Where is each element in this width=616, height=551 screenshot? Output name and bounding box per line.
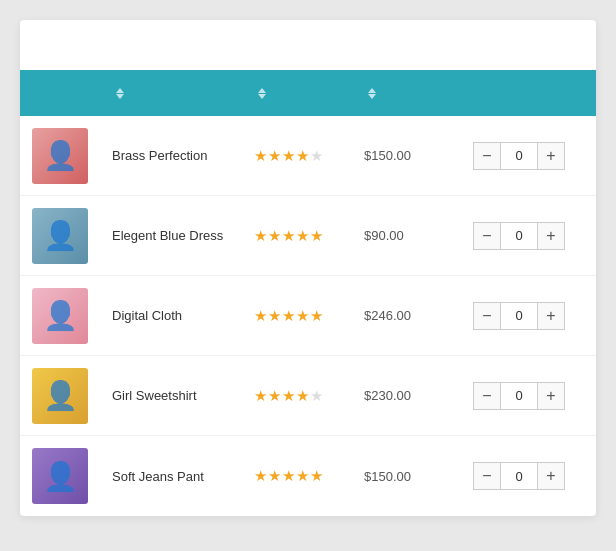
star-icon: ★ (254, 467, 267, 485)
table-row: 👤Elegent Blue Dress★★★★★$90.00−+ (20, 196, 596, 276)
star-icon: ★ (310, 307, 323, 325)
sort-rating-icon (258, 88, 266, 98)
person-icon: 👤 (43, 139, 78, 172)
product-thumbnail: 👤 (32, 208, 88, 264)
product-rating: ★★★★★ (254, 467, 364, 485)
increment-button[interactable]: + (537, 382, 565, 410)
star-icon: ★ (282, 147, 295, 165)
star-icon: ★ (268, 467, 281, 485)
product-thumbnail: 👤 (32, 448, 88, 504)
star-icon: ★ (268, 307, 281, 325)
product-name: Digital Cloth (112, 308, 254, 323)
product-rating: ★★★★★ (254, 147, 364, 165)
star-icon: ★ (268, 387, 281, 405)
product-thumbnail: 👤 (32, 128, 88, 184)
product-price: $150.00 (364, 148, 454, 163)
star-icon: ★ (282, 467, 295, 485)
quantity-control: −+ (454, 382, 584, 410)
quantity-control: −+ (454, 222, 584, 250)
star-icon: ★ (254, 307, 267, 325)
decrement-button[interactable]: − (473, 142, 501, 170)
star-icon: ★ (310, 467, 323, 485)
decrement-button[interactable]: − (473, 462, 501, 490)
person-icon: 👤 (43, 460, 78, 493)
title-section (20, 20, 596, 70)
main-container: 👤Brass Perfection★★★★★$150.00−+👤Elegent … (20, 20, 596, 516)
decrement-button[interactable]: − (473, 302, 501, 330)
cell-thumbnail: 👤 (32, 448, 112, 504)
product-price: $90.00 (364, 228, 454, 243)
star-icon: ★ (296, 387, 309, 405)
star-icon: ★ (254, 387, 267, 405)
cell-thumbnail: 👤 (32, 368, 112, 424)
star-icon: ★ (254, 227, 267, 245)
decrement-button[interactable]: − (473, 382, 501, 410)
table-row: 👤Girl Sweetshirt★★★★★$230.00−+ (20, 356, 596, 436)
quantity-control: −+ (454, 142, 584, 170)
th-rating[interactable] (254, 88, 364, 98)
product-name: Elegent Blue Dress (112, 228, 254, 243)
person-icon: 👤 (43, 379, 78, 412)
star-icon: ★ (268, 147, 281, 165)
product-price: $230.00 (364, 388, 454, 403)
product-price: $246.00 (364, 308, 454, 323)
quantity-control: −+ (454, 462, 584, 490)
quantity-input[interactable] (501, 382, 537, 410)
star-icon: ★ (282, 227, 295, 245)
th-products[interactable] (112, 88, 254, 98)
table-row: 👤Digital Cloth★★★★★$246.00−+ (20, 276, 596, 356)
quantity-control: −+ (454, 302, 584, 330)
table-row: 👤Soft Jeans Pant★★★★★$150.00−+ (20, 436, 596, 516)
star-icon: ★ (296, 307, 309, 325)
cell-thumbnail: 👤 (32, 128, 112, 184)
star-icon: ★ (282, 387, 295, 405)
star-icon: ★ (296, 227, 309, 245)
increment-button[interactable]: + (537, 142, 565, 170)
product-name: Brass Perfection (112, 148, 254, 163)
quantity-input[interactable] (501, 222, 537, 250)
product-price: $150.00 (364, 469, 454, 484)
cell-thumbnail: 👤 (32, 208, 112, 264)
star-icon: ★ (282, 307, 295, 325)
person-icon: 👤 (43, 219, 78, 252)
star-icon: ★ (296, 147, 309, 165)
increment-button[interactable]: + (537, 462, 565, 490)
increment-button[interactable]: + (537, 302, 565, 330)
table-row: 👤Brass Perfection★★★★★$150.00−+ (20, 116, 596, 196)
product-name: Girl Sweetshirt (112, 388, 254, 403)
cell-thumbnail: 👤 (32, 288, 112, 344)
product-rating: ★★★★★ (254, 387, 364, 405)
table-header (20, 70, 596, 116)
star-icon: ★ (254, 147, 267, 165)
quantity-input[interactable] (501, 462, 537, 490)
decrement-button[interactable]: − (473, 222, 501, 250)
star-icon: ★ (310, 387, 323, 405)
th-price[interactable] (364, 88, 454, 98)
star-icon: ★ (296, 467, 309, 485)
person-icon: 👤 (43, 299, 78, 332)
increment-button[interactable]: + (537, 222, 565, 250)
product-thumbnail: 👤 (32, 368, 88, 424)
product-name: Soft Jeans Pant (112, 469, 254, 484)
quantity-input[interactable] (501, 302, 537, 330)
product-rating: ★★★★★ (254, 307, 364, 325)
product-rating: ★★★★★ (254, 227, 364, 245)
product-list: 👤Brass Perfection★★★★★$150.00−+👤Elegent … (20, 116, 596, 516)
sort-price-icon (368, 88, 376, 98)
quantity-input[interactable] (501, 142, 537, 170)
product-thumbnail: 👤 (32, 288, 88, 344)
star-icon: ★ (310, 147, 323, 165)
star-icon: ★ (268, 227, 281, 245)
star-icon: ★ (310, 227, 323, 245)
sort-products-icon (116, 88, 124, 98)
